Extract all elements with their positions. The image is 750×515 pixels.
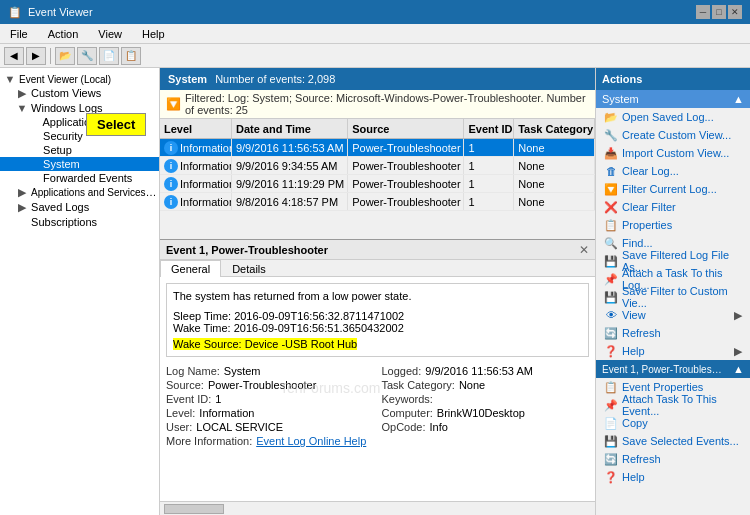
action-clear-filter[interactable]: ❌ Clear Filter <box>596 198 750 216</box>
col-header-eventid[interactable]: Event ID <box>464 119 514 138</box>
refresh-icon: 🔄 <box>604 326 618 340</box>
action-create-custom-view[interactable]: 🔧 Create Custom View... <box>596 126 750 144</box>
action-label: Filter Current Log... <box>622 183 717 195</box>
cell-eventid: 1 <box>464 193 514 210</box>
sidebar-item-custom-views[interactable]: ▶ Custom Views <box>0 86 159 101</box>
sidebar-label: Forwarded Events <box>43 172 132 184</box>
info-icon: i <box>164 177 178 191</box>
action-attach-task-event[interactable]: 📌 Attach Task To This Event... <box>596 396 750 414</box>
table-row[interactable]: i Information 9/9/2016 9:34:55 AM Power-… <box>160 157 595 175</box>
detail-close-button[interactable]: ✕ <box>579 243 589 257</box>
cell-taskcategory: None <box>514 175 595 192</box>
action-view[interactable]: 👁 View ▶ <box>596 306 750 324</box>
properties-button[interactable]: 📋 <box>121 47 141 65</box>
action-label: Save Selected Events... <box>622 435 739 447</box>
back-button[interactable]: ◀ <box>4 47 24 65</box>
action-refresh[interactable]: 🔄 Refresh <box>596 324 750 342</box>
action-help-event[interactable]: ❓ Help <box>596 468 750 486</box>
h-scrollbar[interactable] <box>160 501 595 515</box>
cell-level: i Information <box>160 139 232 156</box>
log-count: Number of events: 2,098 <box>215 73 335 85</box>
col-header-level[interactable]: Level <box>160 119 232 138</box>
refresh-event-icon: 🔄 <box>604 452 618 466</box>
events-table: Level Date and Time Source Event ID Task… <box>160 119 595 239</box>
tree-root[interactable]: ▼ Event Viewer (Local) <box>0 72 159 86</box>
action-save-selected[interactable]: 💾 Save Selected Events... <box>596 432 750 450</box>
save-filter-icon: 💾 <box>604 290 618 304</box>
action-label: Clear Log... <box>622 165 679 177</box>
actions-system-section[interactable]: System ▲ <box>596 90 750 108</box>
action-label: Event Properties <box>622 381 703 393</box>
scrollbar-thumb[interactable] <box>164 504 224 514</box>
toolbar: ◀ ▶ 📂 🔧 📄 📋 <box>0 44 750 68</box>
col-header-source[interactable]: Source <box>348 119 464 138</box>
action-label: Find... <box>622 237 653 249</box>
table-row[interactable]: i Information 9/8/2016 4:18:57 PM Power-… <box>160 193 595 211</box>
cell-datetime: 9/9/2016 11:19:29 PM <box>232 175 348 192</box>
cell-source: Power-Troubleshooter <box>348 193 464 210</box>
action-help[interactable]: ❓ Help ▶ <box>596 342 750 360</box>
find-icon: 🔍 <box>604 236 618 250</box>
menu-help[interactable]: Help <box>136 27 171 41</box>
sidebar-item-system[interactable]: System Select <box>0 157 159 171</box>
cell-taskcategory: None <box>514 193 595 210</box>
cell-eventid: 1 <box>464 175 514 192</box>
meta-user: User: LOCAL SERVICE <box>166 421 374 433</box>
close-button[interactable]: ✕ <box>728 5 742 19</box>
table-row[interactable]: i Information 9/9/2016 11:19:29 PM Power… <box>160 175 595 193</box>
attach-icon: 📌 <box>604 272 618 286</box>
tab-details[interactable]: Details <box>221 260 277 277</box>
table-row[interactable]: i Information 9/9/2016 11:56:53 AM Power… <box>160 139 595 157</box>
menu-action[interactable]: Action <box>42 27 85 41</box>
maximize-button[interactable]: □ <box>712 5 726 19</box>
action-refresh-event[interactable]: 🔄 Refresh <box>596 450 750 468</box>
filter-bar: 🔽 Filtered: Log: System; Source: Microso… <box>160 90 595 119</box>
action-filter-log[interactable]: 🔽 Filter Current Log... <box>596 180 750 198</box>
sidebar-item-setup[interactable]: Setup <box>0 143 159 157</box>
sidebar-label: Custom Views <box>31 87 101 99</box>
forward-button[interactable]: ▶ <box>26 47 46 65</box>
actions-event-section[interactable]: Event 1, Power-Troubleshooter ▲ <box>596 360 750 378</box>
cell-level: i Information <box>160 175 232 192</box>
open-log-button[interactable]: 📂 <box>55 47 75 65</box>
sidebar-item-app-services[interactable]: ▶ Applications and Services Logs <box>0 185 159 200</box>
wake-time: Wake Time: 2016-09-09T16:56:51.365043200… <box>173 322 582 334</box>
col-header-taskcategory[interactable]: Task Category <box>514 119 595 138</box>
sleep-time: Sleep Time: 2016-09-09T16:56:32.87114710… <box>173 310 582 322</box>
arrow-icon: ▶ <box>734 345 742 358</box>
new-button[interactable]: 📄 <box>99 47 119 65</box>
info-icon: i <box>164 195 178 209</box>
action-label: Clear Filter <box>622 201 676 213</box>
action-import-custom-view[interactable]: 📥 Import Custom View... <box>596 144 750 162</box>
create-view-button[interactable]: 🔧 <box>77 47 97 65</box>
menu-view[interactable]: View <box>92 27 128 41</box>
app-title: Event Viewer <box>28 6 93 18</box>
menu-file[interactable]: File <box>4 27 34 41</box>
action-label: Import Custom View... <box>622 147 729 159</box>
expand-icon: ▼ <box>16 102 28 114</box>
action-label: Create Custom View... <box>622 129 731 141</box>
action-properties[interactable]: 📋 Properties <box>596 216 750 234</box>
action-label: Help <box>622 471 645 483</box>
actions-header: Actions <box>596 68 750 90</box>
action-copy[interactable]: 📄 Copy <box>596 414 750 432</box>
sidebar-item-saved-logs[interactable]: ▶ Saved Logs <box>0 200 159 215</box>
sidebar-label: Saved Logs <box>31 201 89 213</box>
tab-general[interactable]: General <box>160 260 221 277</box>
sidebar-item-forwarded-events[interactable]: Forwarded Events <box>0 171 159 185</box>
toolbar-separator <box>50 48 51 64</box>
detail-content: The system has returned from a low power… <box>160 277 595 501</box>
detail-title: Event 1, Power-Troubleshooter <box>166 244 328 256</box>
view-icon: 👁 <box>604 308 618 322</box>
save-icon: 💾 <box>604 254 618 268</box>
event-log-online-help-link[interactable]: Event Log Online Help <box>256 435 366 447</box>
save-selected-icon: 💾 <box>604 434 618 448</box>
info-icon: i <box>164 159 178 173</box>
action-save-filter-custom[interactable]: 💾 Save Filter to Custom Vie... <box>596 288 750 306</box>
action-open-saved-log[interactable]: 📂 Open Saved Log... <box>596 108 750 126</box>
col-header-datetime[interactable]: Date and Time <box>232 119 348 138</box>
sidebar-item-subscriptions[interactable]: Subscriptions <box>0 215 159 229</box>
action-clear-log[interactable]: 🗑 Clear Log... <box>596 162 750 180</box>
minimize-button[interactable]: ─ <box>696 5 710 19</box>
actions-title: Actions <box>602 73 642 85</box>
